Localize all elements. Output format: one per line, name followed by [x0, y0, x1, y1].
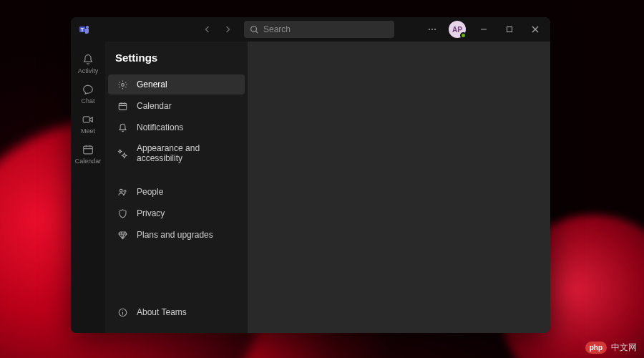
settings-content-area — [248, 42, 550, 333]
svg-rect-11 — [119, 103, 127, 110]
watermark-badge: php — [585, 342, 607, 354]
menu-item-label: Calendar — [137, 101, 172, 111]
rail-item-activity[interactable]: Activity — [71, 49, 105, 77]
svg-rect-7 — [507, 27, 512, 32]
svg-point-10 — [121, 83, 124, 86]
minimize-button[interactable] — [473, 19, 494, 39]
rail-label: Activity — [78, 67, 99, 74]
rail-item-meet[interactable]: Meet — [71, 109, 105, 137]
menu-item-label: Notifications — [137, 122, 183, 132]
info-icon — [117, 306, 128, 318]
menu-item-plans[interactable]: Plans and upgrades — [108, 225, 245, 245]
titlebar: T AP — [71, 17, 550, 42]
menu-item-privacy[interactable]: Privacy — [108, 203, 245, 223]
presence-available-icon — [460, 32, 467, 39]
menu-item-general[interactable]: General — [108, 74, 245, 95]
settings-sidebar: Settings General Calendar — [105, 42, 248, 333]
teams-logo-icon: T — [78, 23, 91, 36]
svg-rect-9 — [84, 146, 93, 154]
sparkle-icon — [117, 147, 128, 159]
menu-item-label: People — [137, 187, 163, 197]
svg-point-4 — [429, 29, 430, 30]
menu-item-label: Plans and upgrades — [137, 230, 213, 240]
menu-item-calendar[interactable]: Calendar — [108, 96, 245, 116]
menu-item-notifications[interactable]: Notifications — [108, 117, 245, 137]
svg-point-12 — [119, 189, 122, 192]
rail-label: Calendar — [75, 158, 102, 165]
search-box[interactable] — [244, 21, 394, 38]
more-options-button[interactable] — [423, 20, 441, 39]
rail-label: Chat — [81, 97, 94, 105]
svg-point-5 — [431, 29, 433, 30]
watermark-text: 中文网 — [611, 342, 637, 354]
calendar-icon — [82, 143, 94, 156]
svg-text:T: T — [81, 27, 84, 32]
calendar-icon — [117, 100, 128, 112]
menu-item-label: Privacy — [137, 208, 165, 218]
diamond-icon — [117, 229, 128, 241]
search-icon — [250, 25, 259, 34]
menu-item-label: About Teams — [137, 307, 187, 317]
video-icon — [82, 113, 94, 126]
settings-menu: General Calendar Notifications — [105, 74, 248, 246]
gear-icon — [117, 79, 128, 90]
window-body: Activity Chat Meet Calendar — [71, 42, 550, 333]
settings-title: Settings — [105, 52, 248, 74]
rail-item-chat[interactable]: Chat — [71, 79, 105, 107]
search-input[interactable] — [263, 24, 389, 34]
watermark: php 中文网 — [585, 342, 637, 354]
rail-label: Meet — [81, 127, 95, 135]
svg-rect-8 — [83, 117, 89, 122]
bell-icon — [82, 53, 94, 66]
menu-item-appearance[interactable]: Appearance and accessibility — [108, 139, 245, 168]
svg-point-1 — [86, 26, 89, 29]
avatar[interactable]: AP — [449, 21, 466, 38]
svg-point-3 — [251, 26, 257, 32]
app-rail: Activity Chat Meet Calendar — [71, 42, 105, 333]
close-button[interactable] — [525, 19, 546, 39]
menu-item-about[interactable]: About Teams — [108, 302, 245, 322]
menu-item-people[interactable]: People — [108, 182, 245, 202]
bell-icon — [117, 122, 128, 133]
people-icon — [117, 186, 128, 198]
shield-icon — [117, 208, 128, 219]
chat-icon — [82, 83, 94, 96]
nav-back-button[interactable] — [200, 21, 215, 37]
avatar-initials: AP — [452, 26, 462, 34]
rail-item-calendar[interactable]: Calendar — [71, 139, 105, 168]
menu-item-label: Appearance and accessibility — [137, 143, 236, 163]
svg-point-13 — [124, 190, 126, 192]
menu-item-label: General — [137, 79, 167, 90]
teams-window: T AP — [71, 17, 550, 333]
nav-forward-button[interactable] — [220, 21, 235, 37]
svg-point-6 — [434, 29, 436, 30]
maximize-button[interactable] — [499, 19, 520, 39]
